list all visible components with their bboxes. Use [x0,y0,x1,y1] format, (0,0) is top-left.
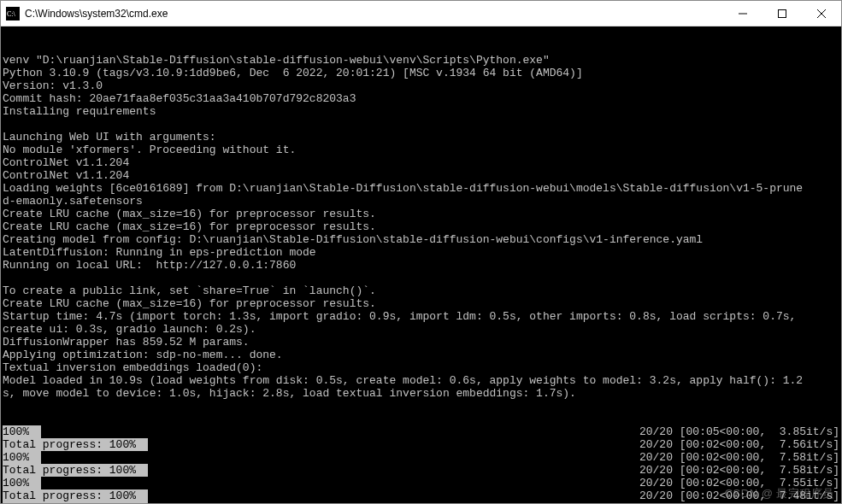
terminal-line: To create a public link, set `share=True… [3,284,839,297]
progress-label: 100% [3,451,29,464]
terminal-line: Model loaded in 10.9s (load weights from… [3,374,839,387]
terminal-line [3,118,839,131]
progress-label: Total progress: 100% [3,464,136,477]
watermark: CSDN @ 最完程序员 [725,487,834,500]
terminal-line: venv "D:\ruanjian\Stable-Diffusion\stabl… [3,54,839,67]
progress-stats: 20/20 [00:02<00:00, 7.58it/s] [636,451,839,464]
terminal-line: DiffusionWrapper has 859.52 M params. [3,336,839,349]
progress-bar [29,451,41,464]
terminal-line: Installing requirements [3,105,839,118]
terminal-line: No module 'xformers'. Proceeding without… [3,144,839,156]
terminal-line: Textual inversion embeddings loaded(0): [3,361,839,374]
progress-label: Total progress: 100% [3,489,136,502]
window-controls [723,1,841,26]
progress-bar [29,477,41,489]
maximize-button[interactable] [763,1,802,26]
cmd-window: C:\ C:\Windows\system32\cmd.exe venv "D:… [0,0,842,504]
progress-gap [148,438,636,451]
svg-text:C:\: C:\ [7,10,16,18]
progress-gap [148,464,636,477]
terminal-line: Create LRU cache (max_size=16) for prepr… [3,297,839,310]
progress-bar [136,438,148,451]
progress-gap [148,489,636,502]
progress-bar [29,425,41,438]
progress-gap [41,425,636,438]
progress-stats: 20/20 [00:05<00:00, 3.85it/s] [636,425,839,438]
progress-stats: 20/20 [00:02<00:00, 7.56it/s] [636,438,839,451]
terminal-line: Python 3.10.9 (tags/v3.10.9:1dd9be6, Dec… [3,67,839,79]
terminal-line: create ui: 0.3s, gradio launch: 0.2s). [3,323,839,336]
terminal-line [3,272,839,284]
terminal-output[interactable]: venv "D:\ruanjian\Stable-Diffusion\stabl… [1,26,841,503]
terminal-line: Running on local URL: http://127.0.0.1:7… [3,259,839,272]
minimize-button[interactable] [723,1,763,26]
terminal-line: Creating model from config: D:\ruanjian\… [3,233,839,246]
progress-stats: 20/20 [00:02<00:00, 7.58it/s] [636,502,839,503]
progress-row: Total progress: 100% 20/20 [00:02<00:00,… [3,438,839,451]
terminal-line: Launching Web UI with arguments: [3,131,839,144]
progress-bar [136,502,148,503]
progress-row: 100% 20/20 [00:05<00:00, 3.85it/s] [3,425,839,438]
titlebar[interactable]: C:\ C:\Windows\system32\cmd.exe [1,1,841,26]
progress-bar [136,489,148,502]
progress-stats: 20/20 [00:02<00:00, 7.58it/s] [636,464,839,477]
progress-label: Total progress: 100% [3,502,136,503]
close-button[interactable] [802,1,841,26]
terminal-line: Startup time: 4.7s (import torch: 1.3s, … [3,310,839,323]
progress-row: 100% 20/20 [00:02<00:00, 7.58it/s] [3,451,839,464]
progress-row: Total progress: 100% 20/20 [00:02<00:00,… [3,502,839,503]
progress-label: Total progress: 100% [3,438,136,451]
terminal-line: d-emaonly.safetensors [3,195,839,208]
terminal-line: Loading weights [6ce0161689] from D:\rua… [3,182,839,195]
cmd-icon: C:\ [6,7,20,21]
terminal-line: Commit hash: 20ae71faa8ef035c31aa3a410b7… [3,92,839,105]
window-title: C:\Windows\system32\cmd.exe [25,8,168,20]
svg-rect-3 [779,9,786,17]
progress-label: 100% [3,477,29,489]
terminal-line: Create LRU cache (max_size=16) for prepr… [3,208,839,220]
terminal-line: ControlNet v1.1.204 [3,156,839,169]
terminal-line: Applying optimization: sdp-no-mem... don… [3,349,839,361]
terminal-line: s, move model to device: 1.0s, hijack: 2… [3,387,839,400]
progress-row: Total progress: 100% 20/20 [00:02<00:00,… [3,464,839,477]
progress-gap [41,477,636,489]
terminal-line: Version: v1.3.0 [3,79,839,92]
terminal-line: ControlNet v1.1.204 [3,169,839,182]
terminal-line: Create LRU cache (max_size=16) for prepr… [3,220,839,233]
terminal-line: LatentDiffusion: Running in eps-predicti… [3,246,839,259]
progress-bar [136,464,148,477]
progress-row: 100% 20/20 [00:02<00:00, 7.55it/s] [3,477,839,489]
progress-row: Total progress: 100% 20/20 [00:02<00:00,… [3,489,839,502]
progress-gap [41,451,636,464]
progress-label: 100% [3,425,29,438]
progress-gap [148,502,636,503]
